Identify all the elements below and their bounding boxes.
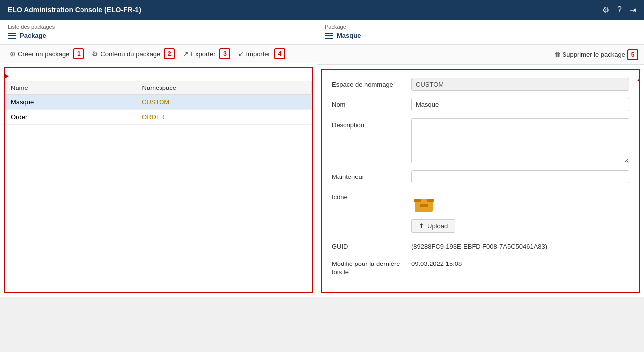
left-panel-label: Liste des packages (8, 24, 309, 30)
upload-icon: ⬆ (419, 222, 424, 230)
export-button[interactable]: ↗ Exporter (179, 48, 219, 60)
icone-container: ⬆ Upload (411, 190, 455, 233)
col-namespace: Namespace (136, 81, 311, 95)
package-form: 6 Espace de nommage Nom Description Main… (321, 69, 640, 293)
row-namespace: CUSTOM (136, 95, 311, 110)
guid-value: (89288FC9-193E-EBFD-F008-7A5C50461A83) (411, 240, 547, 250)
guid-label: GUID (332, 240, 411, 250)
left-panel-title: Package (20, 32, 46, 39)
nom-row: Nom (332, 98, 629, 111)
export-section: ↗ Exporter 3 (179, 48, 230, 60)
trash-icon: 🗑 (554, 51, 561, 58)
icone-label: Icône (332, 190, 411, 201)
icone-row: Icône (332, 190, 629, 233)
espace-label: Espace de nommage (332, 78, 411, 88)
left-panel: Liste des packages Package ⊕ Créer un pa… (0, 20, 317, 297)
menu-icon[interactable] (8, 33, 16, 39)
description-row: Description (332, 118, 629, 163)
create-package-button[interactable]: ⊕ Créer un package (6, 48, 73, 60)
right-panel-title: Masque (337, 32, 361, 39)
modified-row: Modifié pour la dernière fois le 09.03.2… (332, 257, 629, 277)
nom-input[interactable] (411, 98, 629, 111)
left-panel-header: Liste des packages Package (0, 20, 317, 45)
annotation-1: 1 (73, 48, 84, 59)
upload-button[interactable]: ⬆ Upload (411, 219, 455, 233)
right-panel-label: Package (325, 24, 636, 30)
mainteneur-input[interactable] (411, 170, 629, 183)
modified-value: 09.03.2022 15:08 (411, 257, 462, 267)
settings-icon[interactable]: ⚙ (602, 5, 609, 15)
annotation-3: 3 (219, 48, 230, 59)
annotation-2: 2 (164, 48, 175, 59)
annotation-4: 4 (274, 48, 285, 59)
delete-package-button[interactable]: 🗑 Supprimer le package (554, 51, 625, 58)
package-icon (413, 192, 435, 214)
espace-input[interactable] (411, 78, 629, 91)
table-row[interactable]: Masque CUSTOM (5, 95, 312, 110)
right-toolbar: 🗑 Supprimer le package 5 (317, 45, 644, 65)
nom-label: Nom (332, 98, 411, 108)
app-header: ELO Administration Console (ELO-FR-1) ⚙ … (0, 0, 644, 20)
right-panel-title-row: Masque (325, 31, 636, 42)
import-button[interactable]: ↙ Importer (234, 48, 274, 60)
help-icon[interactable]: ? (617, 5, 622, 14)
left-panel-title-row: Package (8, 31, 309, 42)
main-layout: Liste des packages Package ⊕ Créer un pa… (0, 20, 644, 297)
gear-icon: ⚙ (92, 50, 98, 58)
right-menu-icon[interactable] (325, 33, 333, 39)
left-toolbar: ⊕ Créer un package 1 ⚙ Contenu du packag… (0, 45, 317, 63)
table-row[interactable]: Order ORDER (5, 110, 312, 125)
mainteneur-row: Mainteneur (332, 170, 629, 183)
description-textarea[interactable] (411, 118, 629, 163)
export-label: Exporter (191, 50, 215, 58)
svg-rect-2 (420, 204, 428, 207)
package-content-button[interactable]: ⚙ Contenu du package (88, 48, 164, 60)
upload-label: Upload (427, 222, 448, 230)
export-icon: ↗ (183, 50, 189, 58)
row-namespace: ORDER (136, 110, 311, 125)
header-icons: ⚙ ? ⇥ (602, 5, 636, 15)
import-section: ↙ Importer 4 (234, 48, 285, 60)
delete-label: Supprimer le package (563, 51, 625, 58)
mainteneur-label: Mainteneur (332, 170, 411, 180)
modified-label: Modifié pour la dernière fois le (332, 257, 411, 277)
create-label: Créer un package (18, 50, 69, 58)
content-label: Contenu du package (100, 50, 160, 58)
guid-row: GUID (89288FC9-193E-EBFD-F008-7A5C50461A… (332, 240, 629, 250)
row-name: Masque (5, 95, 136, 110)
espace-row: Espace de nommage (332, 78, 629, 91)
packages-table: Name Namespace Masque CUSTOM Order ORDER (5, 81, 312, 125)
logout-icon[interactable]: ⇥ (630, 5, 636, 15)
create-section: ⊕ Créer un package 1 (6, 48, 84, 60)
content-section: ⚙ Contenu du package 2 (88, 48, 175, 60)
packages-table-container: 7 Name Namespace Masque CUSTOM Orde (4, 67, 313, 293)
import-label: Importer (246, 50, 270, 58)
right-panel-header: Package Masque (317, 20, 644, 45)
package-icon-box (411, 190, 436, 215)
app-title: ELO Administration Console (ELO-FR-1) (8, 6, 141, 14)
right-panel: Package Masque 🗑 Supprimer le package 5 (317, 20, 644, 297)
svg-rect-3 (421, 199, 427, 202)
plus-icon: ⊕ (10, 50, 16, 58)
col-name: Name (5, 81, 136, 95)
description-label: Description (332, 118, 411, 129)
import-icon: ↙ (238, 50, 244, 58)
row-name: Order (5, 110, 136, 125)
annotation-5: 5 (627, 49, 638, 60)
